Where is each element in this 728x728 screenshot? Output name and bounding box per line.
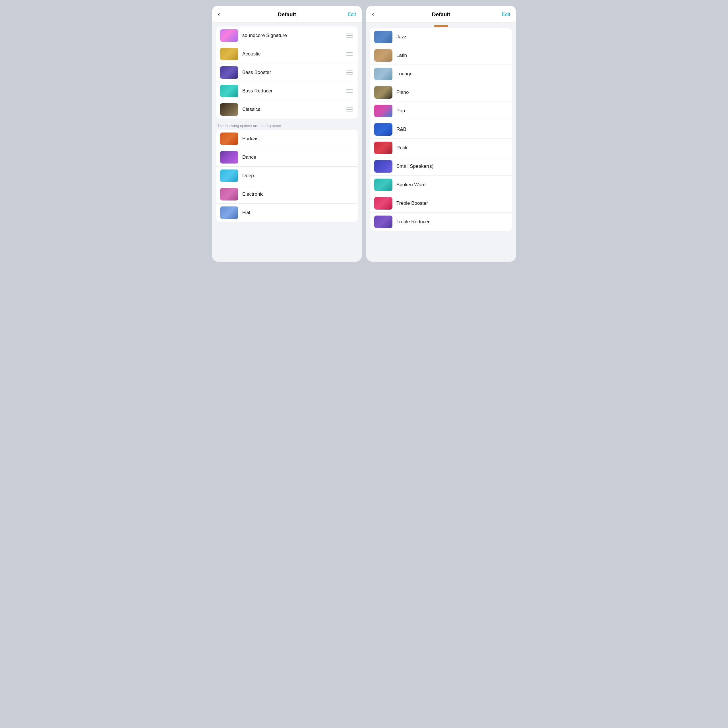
left-content: soundcore Signature Acoustic Bass Booste… (212, 23, 362, 229)
jazz-thumb (374, 31, 392, 43)
right-title: Default (383, 11, 499, 18)
right-content: Jazz Latin Lounge Piano Pop (366, 28, 516, 238)
treble-reducer-label: Treble Reducer (396, 219, 508, 225)
podcast-thumb (220, 133, 238, 145)
electronic-thumb (220, 188, 238, 200)
screens-container: ‹ Default Edit soundcore Signature Acous… (208, 0, 520, 267)
soundcore-signature-label: soundcore Signature (242, 33, 341, 38)
bass-booster-label: Bass Booster (242, 70, 341, 75)
jazz-label: Jazz (396, 34, 508, 40)
list-item: Rock (370, 139, 512, 157)
left-header: ‹ Default Edit (212, 6, 362, 23)
treble-booster-thumb (374, 197, 392, 210)
rock-thumb (374, 142, 392, 154)
soundcore-signature-drag-handle[interactable] (345, 32, 354, 39)
acoustic-label: Acoustic (242, 51, 341, 57)
dance-label: Dance (242, 154, 354, 160)
piano-label: Piano (396, 90, 508, 95)
list-item: Pop (370, 102, 512, 120)
bass-booster-drag-handle[interactable] (345, 69, 354, 76)
flat-thumb (220, 206, 238, 219)
bass-reducer-drag-handle[interactable] (345, 88, 354, 94)
list-item: Lounge (370, 65, 512, 83)
list-item: Spoken Word (370, 176, 512, 194)
latin-label: Latin (396, 53, 508, 58)
bass-booster-thumb (220, 66, 238, 79)
classical-label: Classical (242, 107, 341, 112)
hidden-items-card: Podcast Dance Deep Electronic Flat (216, 130, 358, 222)
list-item: Classical (216, 100, 358, 119)
hidden-section-label: The following options are not displayed. (216, 121, 358, 130)
pop-thumb (374, 105, 392, 117)
list-item: Electronic (216, 185, 358, 203)
latin-thumb (374, 49, 392, 62)
list-item: Flat (216, 203, 358, 222)
bass-reducer-label: Bass Reducer (242, 88, 341, 94)
right-header: ‹ Default Edit (366, 6, 516, 23)
deep-thumb (220, 170, 238, 182)
lounge-label: Lounge (396, 71, 508, 77)
spoken-word-thumb (374, 179, 392, 191)
classical-drag-handle[interactable] (345, 106, 354, 113)
bass-reducer-thumb (220, 85, 238, 97)
right-screen: ‹ Default Edit Jazz Latin Lounge (366, 6, 516, 262)
scroll-indicator-bar (434, 25, 448, 27)
dance-thumb (220, 151, 238, 164)
list-item: Piano (370, 83, 512, 102)
spoken-word-label: Spoken Word (396, 182, 508, 188)
right-back-button[interactable]: ‹ (372, 11, 383, 18)
acoustic-drag-handle[interactable] (345, 51, 354, 57)
list-item: Treble Reducer (370, 213, 512, 231)
scroll-indicator (366, 23, 516, 28)
classical-thumb (220, 103, 238, 116)
acoustic-thumb (220, 48, 238, 60)
left-edit-button[interactable]: Edit (345, 12, 356, 17)
active-items-card: soundcore Signature Acoustic Bass Booste… (216, 26, 358, 119)
soundcore-signature-thumb (220, 29, 238, 42)
list-item: Bass Reducer (216, 82, 358, 100)
pop-label: Pop (396, 108, 508, 114)
right-edit-button[interactable]: Edit (499, 12, 510, 17)
piano-thumb (374, 86, 392, 99)
podcast-label: Podcast (242, 136, 354, 142)
left-screen: ‹ Default Edit soundcore Signature Acous… (212, 6, 362, 262)
list-item: soundcore Signature (216, 26, 358, 45)
list-item: Latin (370, 46, 512, 65)
list-item: Podcast (216, 130, 358, 148)
list-item: Dance (216, 148, 358, 167)
list-item: Jazz (370, 28, 512, 46)
treble-booster-label: Treble Booster (396, 200, 508, 206)
list-item: Deep (216, 167, 358, 185)
small-speaker-thumb (374, 160, 392, 173)
list-item: Bass Booster (216, 63, 358, 82)
list-item: R&B (370, 120, 512, 139)
rnb-thumb (374, 123, 392, 136)
rock-label: Rock (396, 145, 508, 151)
small-speaker-label: Small Speaker(s) (396, 164, 508, 169)
lounge-thumb (374, 68, 392, 80)
list-item: Small Speaker(s) (370, 157, 512, 176)
right-items-card: Jazz Latin Lounge Piano Pop (370, 28, 512, 231)
electronic-label: Electronic (242, 191, 354, 197)
list-item: Acoustic (216, 45, 358, 63)
left-back-button[interactable]: ‹ (218, 11, 229, 18)
rnb-label: R&B (396, 127, 508, 132)
treble-reducer-thumb (374, 216, 392, 228)
list-item: Treble Booster (370, 194, 512, 213)
deep-label: Deep (242, 173, 354, 179)
flat-label: Flat (242, 210, 354, 216)
left-title: Default (229, 11, 345, 18)
